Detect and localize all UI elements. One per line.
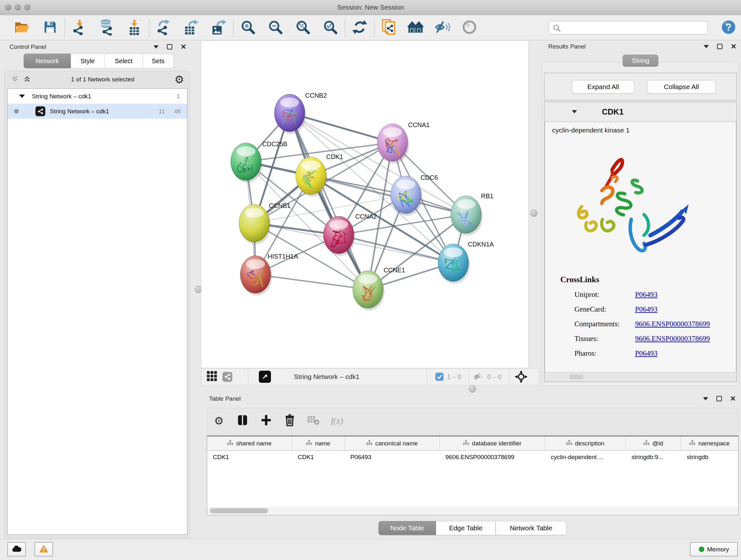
results-tab-string[interactable]: String (623, 55, 658, 67)
table-cell[interactable]: stringdb:9... (626, 450, 681, 464)
network-edge[interactable] (256, 274, 368, 290)
crosslink-label: Pharos: (575, 349, 596, 358)
crosslink-link[interactable]: P06493 (635, 349, 657, 358)
network-collection-row[interactable]: String Network – cdk1 1 (8, 89, 187, 104)
delete-columns-button[interactable] (278, 411, 301, 430)
table-header-row: shared namenamecanonical namedatabase id… (207, 436, 738, 450)
close-panel-icon[interactable]: ✕ (730, 396, 736, 401)
scrollbar-thumb[interactable] (210, 508, 268, 513)
table-options-button[interactable]: ⚙ (207, 411, 231, 430)
tab-sets[interactable]: Sets (143, 54, 174, 68)
results-scrollbar[interactable] (545, 373, 736, 381)
node-label: CCNA2 (355, 213, 377, 220)
fit-content-button[interactable] (515, 368, 528, 385)
show-grid-button[interactable] (206, 368, 217, 385)
crosslink-link[interactable]: P06493 (635, 291, 657, 299)
database-icon (99, 19, 115, 37)
column-header[interactable]: canonical name (345, 436, 440, 450)
column-tree-icon (227, 440, 233, 447)
network-row-selected[interactable]: String Network – cdk1 11 48 (8, 104, 187, 119)
column-header[interactable]: shared name (207, 436, 292, 450)
table-cell[interactable]: 9606.ENSP00000378699 (440, 450, 545, 464)
tab-network-table[interactable]: Network Table (495, 521, 566, 535)
selected-nodes-edges-counter: 1 – 0 (447, 368, 461, 385)
export-network-button[interactable] (156, 19, 172, 37)
help-button[interactable]: ? (721, 19, 737, 37)
column-header[interactable]: @id (626, 436, 681, 450)
zoom-selected-icon (323, 20, 338, 36)
import-network-button[interactable] (71, 19, 87, 37)
cloud-button[interactable] (7, 542, 26, 557)
crosslink-link[interactable]: P06493 (635, 305, 657, 314)
network-overview-button[interactable] (222, 368, 232, 385)
network-options-gear-icon[interactable]: ⚙ (175, 74, 184, 85)
section-expander-icon[interactable] (572, 110, 577, 113)
gene-section-header[interactable]: CDK1 (544, 102, 737, 122)
scrollbar-thumb[interactable] (569, 374, 583, 379)
graphics-details-toggle-button[interactable] (461, 19, 477, 37)
tab-select[interactable]: Select (105, 54, 143, 68)
memory-button[interactable]: Memory (690, 542, 738, 557)
maximize-panel-icon[interactable] (717, 44, 723, 49)
right-splitter-handle[interactable] (530, 209, 537, 217)
float-panel-icon[interactable] (704, 45, 709, 48)
zoom-selected-button[interactable] (322, 19, 338, 37)
expand-all-button[interactable]: Expand All (572, 80, 634, 94)
network-name: String Network – cdk1 (50, 108, 109, 115)
column-header[interactable]: namespace (681, 436, 738, 450)
column-header[interactable]: description (545, 436, 626, 450)
zoom-fit-button[interactable] (295, 19, 311, 37)
zoom-in-button[interactable] (240, 19, 256, 37)
collection-expander-icon[interactable] (19, 95, 25, 98)
bottom-splitter-handle[interactable] (469, 385, 476, 393)
table-row[interactable]: CDK1CDK1P064939606.ENSP00000378699cyclin… (207, 450, 738, 464)
tab-style[interactable]: Style (71, 54, 105, 68)
table-cell[interactable]: stringdb (681, 450, 738, 464)
table-cell[interactable]: CDK1 (292, 450, 345, 464)
string-home-button[interactable] (408, 19, 424, 37)
tab-node-table[interactable]: Node Table (379, 521, 436, 535)
open-session-button[interactable] (14, 19, 30, 37)
node-gloss-highlight (245, 208, 264, 218)
enhanced-labels-toggle-button[interactable] (434, 19, 451, 37)
column-header[interactable]: name (292, 436, 345, 450)
search-input[interactable] (549, 21, 708, 35)
export-image-button[interactable] (211, 19, 226, 37)
table-cell[interactable]: cyclin-dependent ... (545, 450, 626, 464)
table-cell[interactable]: P06493 (345, 450, 440, 464)
float-panel-icon[interactable] (703, 397, 708, 400)
close-panel-icon[interactable]: ✕ (731, 44, 737, 49)
export-table-button[interactable] (183, 19, 199, 37)
tab-network[interactable]: Network (23, 54, 71, 68)
string-network-graph[interactable]: CCNB2CCNA1CDC25BCDK1CDC6RB1CCNB1CCNA2CDK… (201, 41, 528, 368)
create-column-button[interactable] (254, 411, 278, 430)
network-view-canvas[interactable]: CCNB2CCNA1CDC25BCDK1CDC6RB1CCNB1CCNA2CDK… (201, 41, 529, 368)
expand-all-networks-icon[interactable] (23, 75, 31, 84)
close-panel-icon[interactable]: ✕ (181, 44, 186, 50)
maximize-panel-icon[interactable] (717, 396, 722, 401)
birdseye-view-button[interactable] (259, 368, 271, 385)
float-panel-icon[interactable] (153, 45, 158, 49)
save-session-button[interactable] (42, 19, 58, 37)
apply-layout-button[interactable] (352, 19, 367, 37)
show-columns-button[interactable] (231, 411, 254, 430)
column-header[interactable]: database identifier (440, 436, 545, 450)
tab-label: Node Table (390, 524, 424, 532)
crosslink-link[interactable]: 9606.ENSP00000378699 (635, 320, 710, 328)
table-horizontal-scrollbar[interactable] (207, 507, 738, 515)
table-cell[interactable]: CDK1 (207, 450, 292, 464)
node-label: CCNB1 (269, 202, 291, 209)
warnings-button[interactable] (35, 542, 53, 557)
string-import-button[interactable] (381, 19, 397, 37)
crosslink-link[interactable]: 9606.ENSP00000378699 (635, 334, 710, 343)
import-table-button[interactable] (126, 19, 142, 37)
collapse-all-networks-icon[interactable] (11, 75, 19, 84)
collapse-all-button[interactable]: Collapse All (647, 80, 716, 94)
zoom-out-button[interactable] (267, 19, 283, 37)
tab-edge-table[interactable]: Edge Table (436, 521, 495, 535)
control-panel: Control Panel ✕ Network Style Select Set… (4, 42, 190, 538)
maximize-panel-icon[interactable] (167, 44, 172, 50)
network-edge[interactable] (289, 113, 368, 290)
import-network-from-database-button[interactable] (99, 19, 115, 37)
tab-label: Network (36, 57, 59, 65)
